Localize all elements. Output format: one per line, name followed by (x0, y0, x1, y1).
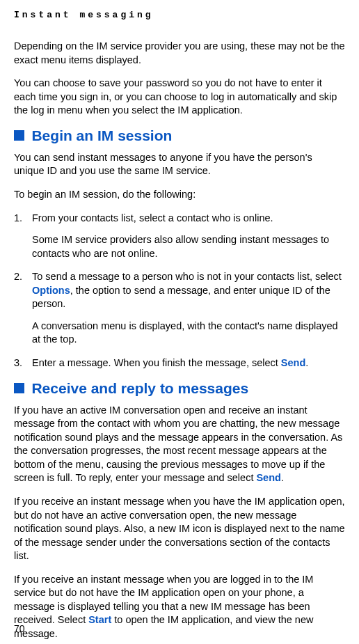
step-2: To send a message to a person who is not… (14, 270, 345, 347)
step-1-text: From your contacts list, select a contac… (32, 212, 273, 223)
send-link: Send (281, 357, 305, 368)
steps-list: From your contacts list, select a contac… (14, 212, 345, 370)
section2-p1-post: . (281, 472, 284, 483)
step-3-text-post: . (305, 357, 308, 368)
page-number: 70 (14, 623, 25, 634)
step-3-text-pre: Enter a message. When you finish the mes… (32, 357, 281, 368)
step-2-text-post: , the option to send a message, and ente… (32, 285, 330, 310)
step-2-subtext: A conversation menu is displayed, with t… (32, 320, 345, 347)
send-link: Send (256, 472, 280, 483)
section-bullet-icon (14, 130, 24, 141)
step-2-text-pre: To send a message to a person who is not… (32, 271, 342, 282)
section-heading-receive-reply: Receive and reply to messages (14, 380, 345, 397)
section1-paragraph-2: To begin an IM session, do the following… (14, 188, 345, 202)
section2-paragraph-2: If you receive an instant message when y… (14, 495, 345, 563)
section-heading-begin-session: Begin an IM session (14, 127, 345, 144)
section2-paragraph-3: If you receive an instant message when y… (14, 573, 345, 641)
intro-paragraph-1: Depending on the IM service provider you… (14, 40, 345, 67)
section-title: Receive and reply to messages (31, 380, 248, 396)
section-bullet-icon (14, 383, 24, 393)
step-1: From your contacts list, select a contac… (14, 212, 345, 261)
start-link: Start (88, 614, 111, 625)
section1-paragraph-1: You can send instant messages to anyone … (14, 151, 345, 178)
section2-paragraph-1: If you have an active IM conversation op… (14, 404, 345, 485)
running-header: Instant messaging (14, 10, 345, 20)
intro-paragraph-2: You can choose to save your password so … (14, 77, 345, 118)
step-3: Enter a message. When you finish the mes… (14, 356, 345, 370)
options-link: Options (32, 285, 70, 296)
section2-p1-pre: If you have an active IM conversation op… (14, 405, 342, 484)
step-1-subtext: Some IM service providers also allow sen… (32, 233, 345, 260)
section-title: Begin an IM session (31, 127, 172, 143)
